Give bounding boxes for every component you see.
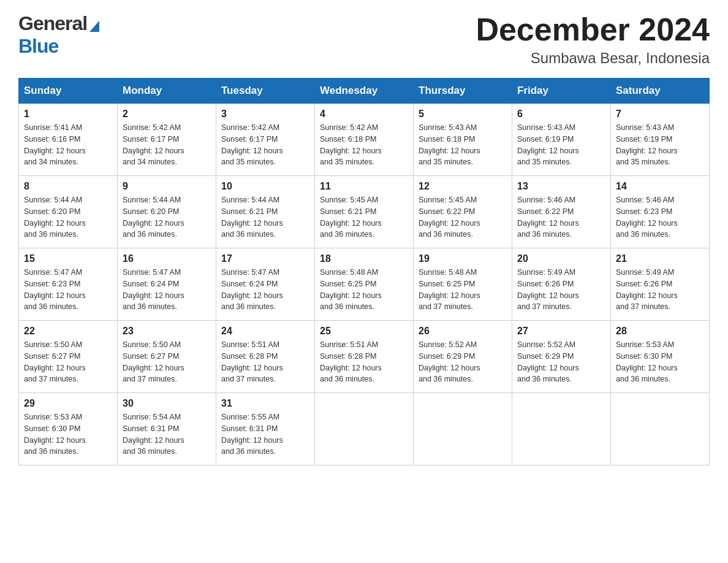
day-info: Sunrise: 5:51 AMSunset: 6:28 PMDaylight:… xyxy=(320,340,382,383)
day-number: 25 xyxy=(320,326,408,337)
calendar-cell: 4 Sunrise: 5:42 AMSunset: 6:18 PMDayligh… xyxy=(315,104,414,176)
day-info: Sunrise: 5:43 AMSunset: 6:19 PMDaylight:… xyxy=(616,123,678,166)
day-number: 12 xyxy=(419,181,507,192)
calendar-cell: 7 Sunrise: 5:43 AMSunset: 6:19 PMDayligh… xyxy=(611,104,710,176)
header-saturday: Saturday xyxy=(611,79,710,104)
calendar-cell: 23 Sunrise: 5:50 AMSunset: 6:27 PMDaylig… xyxy=(118,321,216,393)
day-info: Sunrise: 5:50 AMSunset: 6:27 PMDaylight:… xyxy=(24,340,86,383)
day-number: 11 xyxy=(320,181,408,192)
day-info: Sunrise: 5:48 AMSunset: 6:25 PMDaylight:… xyxy=(320,268,382,311)
day-number: 1 xyxy=(24,109,112,120)
day-info: Sunrise: 5:42 AMSunset: 6:17 PMDaylight:… xyxy=(221,123,283,166)
day-info: Sunrise: 5:46 AMSunset: 6:22 PMDaylight:… xyxy=(517,196,579,239)
calendar-cell: 17 Sunrise: 5:47 AMSunset: 6:24 PMDaylig… xyxy=(216,248,315,321)
day-number: 14 xyxy=(616,181,704,192)
calendar-cell: 18 Sunrise: 5:48 AMSunset: 6:25 PMDaylig… xyxy=(315,248,414,321)
week-row-5: 29 Sunrise: 5:53 AMSunset: 6:30 PMDaylig… xyxy=(19,393,710,465)
header-friday: Friday xyxy=(512,79,611,104)
day-info: Sunrise: 5:48 AMSunset: 6:25 PMDaylight:… xyxy=(419,268,480,311)
month-title: December 2024 xyxy=(476,12,710,47)
calendar-cell: 10 Sunrise: 5:44 AMSunset: 6:21 PMDaylig… xyxy=(216,176,315,248)
calendar-cell: 15 Sunrise: 5:47 AMSunset: 6:23 PMDaylig… xyxy=(19,248,118,321)
location-title: Sumbawa Besar, Indonesia xyxy=(476,50,710,67)
svg-marker-0 xyxy=(89,21,99,32)
week-row-2: 8 Sunrise: 5:44 AMSunset: 6:20 PMDayligh… xyxy=(19,176,710,248)
calendar-cell: 28 Sunrise: 5:53 AMSunset: 6:30 PMDaylig… xyxy=(611,321,710,393)
header-wednesday: Wednesday xyxy=(315,79,414,104)
day-info: Sunrise: 5:47 AMSunset: 6:23 PMDaylight:… xyxy=(24,268,86,311)
day-info: Sunrise: 5:55 AMSunset: 6:31 PMDaylight:… xyxy=(221,413,283,456)
day-number: 26 xyxy=(419,326,507,337)
calendar-cell: 11 Sunrise: 5:45 AMSunset: 6:21 PMDaylig… xyxy=(315,176,414,248)
calendar-cell: 30 Sunrise: 5:54 AMSunset: 6:31 PMDaylig… xyxy=(118,393,216,465)
calendar-cell: 14 Sunrise: 5:46 AMSunset: 6:23 PMDaylig… xyxy=(611,176,710,248)
day-info: Sunrise: 5:44 AMSunset: 6:20 PMDaylight:… xyxy=(24,196,86,239)
calendar-table: Sunday Monday Tuesday Wednesday Thursday… xyxy=(18,78,710,465)
day-info: Sunrise: 5:47 AMSunset: 6:24 PMDaylight:… xyxy=(123,268,184,311)
calendar-cell: 3 Sunrise: 5:42 AMSunset: 6:17 PMDayligh… xyxy=(216,104,315,176)
day-info: Sunrise: 5:42 AMSunset: 6:18 PMDaylight:… xyxy=(320,123,382,166)
day-number: 27 xyxy=(517,326,605,337)
day-info: Sunrise: 5:50 AMSunset: 6:27 PMDaylight:… xyxy=(123,340,184,383)
day-number: 5 xyxy=(419,109,507,120)
day-number: 31 xyxy=(221,398,309,409)
day-info: Sunrise: 5:49 AMSunset: 6:26 PMDaylight:… xyxy=(517,268,579,311)
day-number: 7 xyxy=(616,109,704,120)
calendar-cell: 25 Sunrise: 5:51 AMSunset: 6:28 PMDaylig… xyxy=(315,321,414,393)
weekday-header-row: Sunday Monday Tuesday Wednesday Thursday… xyxy=(19,79,710,104)
day-number: 13 xyxy=(517,181,605,192)
header-thursday: Thursday xyxy=(414,79,512,104)
day-info: Sunrise: 5:47 AMSunset: 6:24 PMDaylight:… xyxy=(221,268,283,311)
week-row-3: 15 Sunrise: 5:47 AMSunset: 6:23 PMDaylig… xyxy=(19,248,710,321)
day-number: 16 xyxy=(123,253,211,264)
header-sunday: Sunday xyxy=(19,79,118,104)
day-info: Sunrise: 5:45 AMSunset: 6:22 PMDaylight:… xyxy=(419,196,480,239)
header-monday: Monday xyxy=(118,79,216,104)
day-info: Sunrise: 5:52 AMSunset: 6:29 PMDaylight:… xyxy=(517,340,579,383)
day-info: Sunrise: 5:54 AMSunset: 6:31 PMDaylight:… xyxy=(123,413,184,456)
day-number: 19 xyxy=(419,253,507,264)
day-number: 3 xyxy=(221,109,309,120)
calendar-cell: 24 Sunrise: 5:51 AMSunset: 6:28 PMDaylig… xyxy=(216,321,315,393)
calendar-cell: 20 Sunrise: 5:49 AMSunset: 6:26 PMDaylig… xyxy=(512,248,611,321)
day-number: 20 xyxy=(517,253,605,264)
day-info: Sunrise: 5:53 AMSunset: 6:30 PMDaylight:… xyxy=(24,413,86,456)
header: General Blue December 2024 Sumbawa Besar… xyxy=(18,12,710,67)
day-info: Sunrise: 5:44 AMSunset: 6:20 PMDaylight:… xyxy=(123,196,184,239)
day-number: 9 xyxy=(123,181,211,192)
calendar-cell: 12 Sunrise: 5:45 AMSunset: 6:22 PMDaylig… xyxy=(414,176,512,248)
day-info: Sunrise: 5:46 AMSunset: 6:23 PMDaylight:… xyxy=(616,196,678,239)
day-info: Sunrise: 5:43 AMSunset: 6:19 PMDaylight:… xyxy=(517,123,579,166)
calendar-cell: 19 Sunrise: 5:48 AMSunset: 6:25 PMDaylig… xyxy=(414,248,512,321)
day-number: 23 xyxy=(123,326,211,337)
calendar-cell: 29 Sunrise: 5:53 AMSunset: 6:30 PMDaylig… xyxy=(19,393,118,465)
day-number: 24 xyxy=(221,326,309,337)
day-number: 28 xyxy=(616,326,704,337)
week-row-1: 1 Sunrise: 5:41 AMSunset: 6:16 PMDayligh… xyxy=(19,104,710,176)
day-number: 22 xyxy=(24,326,112,337)
day-info: Sunrise: 5:51 AMSunset: 6:28 PMDaylight:… xyxy=(221,340,283,383)
day-number: 8 xyxy=(24,181,112,192)
day-number: 18 xyxy=(320,253,408,264)
calendar-cell: 8 Sunrise: 5:44 AMSunset: 6:20 PMDayligh… xyxy=(19,176,118,248)
day-number: 29 xyxy=(24,398,112,409)
day-number: 2 xyxy=(123,109,211,120)
calendar-cell: 21 Sunrise: 5:49 AMSunset: 6:26 PMDaylig… xyxy=(611,248,710,321)
calendar-cell xyxy=(414,393,512,465)
day-number: 17 xyxy=(221,253,309,264)
day-number: 21 xyxy=(616,253,704,264)
day-number: 6 xyxy=(517,109,605,120)
calendar-cell: 13 Sunrise: 5:46 AMSunset: 6:22 PMDaylig… xyxy=(512,176,611,248)
day-info: Sunrise: 5:49 AMSunset: 6:26 PMDaylight:… xyxy=(616,268,678,311)
calendar-cell xyxy=(611,393,710,465)
logo-general: General xyxy=(18,12,87,35)
day-info: Sunrise: 5:41 AMSunset: 6:16 PMDaylight:… xyxy=(24,123,86,166)
calendar-cell: 6 Sunrise: 5:43 AMSunset: 6:19 PMDayligh… xyxy=(512,104,611,176)
calendar-cell: 1 Sunrise: 5:41 AMSunset: 6:16 PMDayligh… xyxy=(19,104,118,176)
day-number: 4 xyxy=(320,109,408,120)
day-info: Sunrise: 5:53 AMSunset: 6:30 PMDaylight:… xyxy=(616,340,678,383)
day-info: Sunrise: 5:44 AMSunset: 6:21 PMDaylight:… xyxy=(221,196,283,239)
day-info: Sunrise: 5:42 AMSunset: 6:17 PMDaylight:… xyxy=(123,123,184,166)
calendar-cell: 2 Sunrise: 5:42 AMSunset: 6:17 PMDayligh… xyxy=(118,104,216,176)
calendar-cell: 22 Sunrise: 5:50 AMSunset: 6:27 PMDaylig… xyxy=(19,321,118,393)
